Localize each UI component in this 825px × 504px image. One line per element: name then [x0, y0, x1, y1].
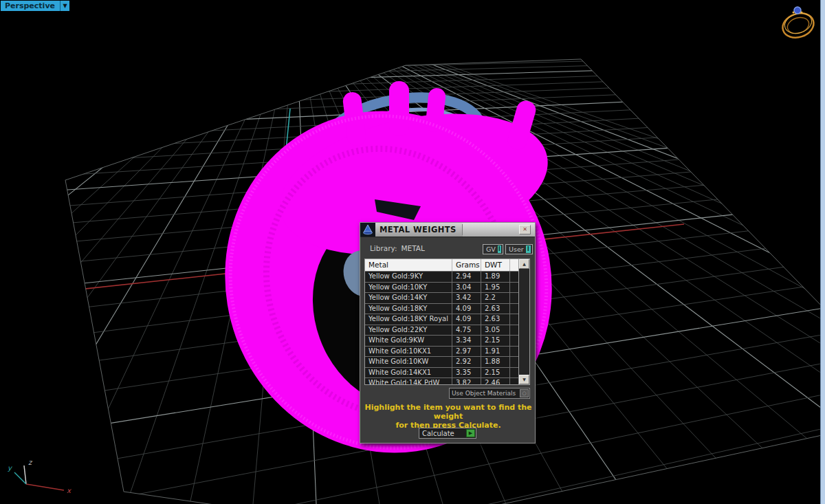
- dwt-cell: 2.2: [481, 293, 510, 303]
- grams-cell: 3.34: [452, 336, 481, 346]
- dwt-cell: 1.95: [481, 283, 510, 293]
- gem-cone-icon: [360, 223, 375, 237]
- grams-cell: 2.92: [452, 357, 481, 367]
- metal-cell: Yellow Gold:22KY: [365, 325, 452, 336]
- dwt-cell: 1.88: [481, 357, 510, 367]
- row-spacer: [510, 325, 518, 336]
- calculate-label: Calculate: [419, 430, 466, 437]
- grams-cell: 3.35: [452, 368, 481, 378]
- dialog-title: METAL WEIGHTS: [375, 225, 456, 234]
- metal-cell: White Gold:9KW: [365, 336, 452, 346]
- dwt-cell: 2.63: [481, 314, 510, 325]
- close-icon[interactable]: ✕: [519, 225, 531, 234]
- titlebar-right-panel: ✕: [463, 223, 535, 237]
- metal-cell: Yellow Gold:18KY Royal: [365, 314, 452, 325]
- gv-label: GV: [486, 245, 496, 253]
- metal-cell: White Gold:14KX1: [365, 368, 452, 378]
- play-icon: ▶: [466, 429, 475, 437]
- dwt-cell: 2.15: [481, 336, 510, 346]
- metal-cell: White Gold:10KX1: [365, 347, 452, 357]
- dwt-cell: 1.91: [481, 347, 510, 357]
- metal-cell: Yellow Gold:9KY: [365, 272, 452, 282]
- row-spacer: [510, 336, 518, 346]
- metal-cell: White Gold:10KW: [365, 357, 452, 367]
- metal-table: Metal Grams DWT Yellow Gold:9KY2.941.89Y…: [364, 259, 530, 385]
- grams-cell: 4.75: [452, 325, 481, 336]
- z-axis-label: z: [28, 459, 33, 466]
- use-object-materials-dropdown[interactable]: Use Object Materials ○: [449, 388, 530, 399]
- grams-cell: 3.42: [452, 293, 481, 303]
- instruction-text: Highlight the item you want to find the …: [363, 403, 534, 430]
- header-metal: Metal: [365, 259, 452, 271]
- table-row[interactable]: Yellow Gold:22KY4.753.05: [365, 325, 518, 336]
- y-axis-label: y: [8, 464, 12, 472]
- gem-icon: [794, 7, 801, 14]
- table-header: Metal Grams DWT: [365, 259, 518, 271]
- table-row[interactable]: Yellow Gold:9KY2.941.89: [365, 271, 518, 282]
- table-row[interactable]: White Gold:14K PdW3.822.46: [365, 377, 518, 384]
- x-axis-line: [26, 484, 64, 490]
- chevron-down-icon[interactable]: ▼: [60, 1, 69, 11]
- user-toggle-button[interactable]: User I: [505, 244, 533, 254]
- user-toggle-led[interactable]: I: [526, 245, 531, 253]
- row-spacer: [510, 293, 518, 303]
- calculate-button[interactable]: Calculate ▶: [419, 428, 476, 439]
- row-spacer: [510, 347, 518, 357]
- header-spacer: [510, 259, 518, 271]
- dwt-cell: 2.63: [481, 304, 510, 314]
- materials-dropdown-icon[interactable]: ○: [520, 389, 529, 397]
- gv-toggle-led[interactable]: I: [498, 245, 501, 253]
- table-row[interactable]: White Gold:10KW2.921.88: [365, 356, 518, 367]
- row-spacer: [510, 272, 518, 282]
- dwt-cell: 2.46: [481, 378, 510, 384]
- x-axis-label: x: [67, 487, 72, 494]
- grams-cell: 4.09: [452, 304, 481, 314]
- metal-weights-dialog: METAL WEIGHTS ✕ Library:METAL GV I User …: [360, 222, 536, 443]
- table-row[interactable]: Yellow Gold:14KY3.422.2: [365, 292, 518, 303]
- viewport-tab-label[interactable]: Perspective: [1, 1, 60, 11]
- row-spacer: [510, 368, 518, 378]
- scroll-up-icon[interactable]: ▲: [519, 259, 529, 269]
- table-row[interactable]: White Gold:9KW3.342.15: [365, 335, 518, 346]
- grams-cell: 3.04: [452, 283, 481, 293]
- dwt-cell: 2.15: [481, 368, 510, 378]
- axis-indicator: z x y: [3, 455, 86, 499]
- table-scrollbar[interactable]: ▲ ▼: [518, 259, 529, 384]
- scroll-down-icon[interactable]: ▼: [519, 375, 529, 384]
- table-row[interactable]: Yellow Gold:10KY3.041.95: [365, 282, 518, 293]
- metal-cell: Yellow Gold:14KY: [365, 293, 452, 303]
- row-spacer: [510, 304, 518, 314]
- grams-cell: 2.97: [452, 347, 481, 357]
- window-edge-strip: [820, 0, 825, 504]
- y-axis-line: [14, 472, 26, 484]
- header-grams: Grams: [452, 259, 481, 271]
- materials-dropdown-label: Use Object Materials: [450, 390, 520, 397]
- library-label: Library:METAL: [370, 244, 425, 252]
- row-spacer: [510, 378, 518, 384]
- viewport[interactable]: z x y Perspective ▼ METAL WEIGHTS ✕: [0, 0, 825, 504]
- grams-cell: 4.09: [452, 314, 481, 325]
- z-axis-line: [24, 465, 26, 484]
- table-row[interactable]: Yellow Gold:18KY Royal4.092.63: [365, 314, 518, 325]
- ring-tool-icon[interactable]: [776, 3, 820, 41]
- metal-cell: Yellow Gold:10KY: [365, 283, 452, 293]
- table-row[interactable]: Yellow Gold:18KY4.092.63: [365, 303, 518, 314]
- table-row[interactable]: White Gold:10KX12.971.91: [365, 346, 518, 357]
- dwt-cell: 1.89: [481, 272, 510, 282]
- viewport-tab[interactable]: Perspective ▼: [1, 1, 69, 11]
- header-dwt: DWT: [481, 259, 510, 271]
- dialog-titlebar[interactable]: METAL WEIGHTS ✕: [360, 223, 535, 237]
- user-label: User: [509, 245, 524, 253]
- row-spacer: [510, 283, 518, 293]
- row-spacer: [510, 357, 518, 367]
- metal-cell: White Gold:14K PdW: [365, 378, 452, 384]
- row-spacer: [510, 314, 518, 325]
- metal-cell: Yellow Gold:18KY: [365, 304, 452, 314]
- metal-table-body: Yellow Gold:9KY2.941.89Yellow Gold:10KY3…: [365, 271, 518, 384]
- grams-cell: 3.82: [452, 378, 481, 384]
- table-row[interactable]: White Gold:14KX13.352.15: [365, 367, 518, 378]
- gv-toggle-button[interactable]: GV I: [483, 244, 503, 254]
- grams-cell: 2.94: [452, 272, 481, 282]
- dwt-cell: 3.05: [481, 325, 510, 336]
